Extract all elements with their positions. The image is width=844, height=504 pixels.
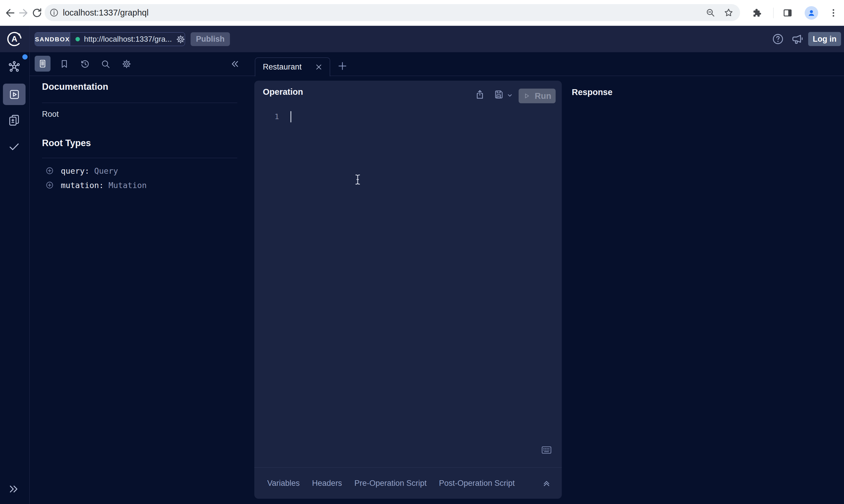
endpoint-url-text[interactable]: http://localhost:1337/gra... [84,35,172,44]
extensions-icon[interactable] [752,7,762,18]
toolbar-separator [773,7,774,18]
type-name[interactable]: Query [94,166,118,176]
operation-panel: Operation Run 1 [254,81,562,499]
supergraph-icon[interactable] [7,60,21,74]
side-panel-icon[interactable] [782,7,793,18]
tab-documentation[interactable] [35,56,51,72]
apollo-logo[interactable]: A [6,31,23,48]
bookmark-icon[interactable] [59,59,69,69]
explorer-play-icon [8,88,20,101]
tab-headers[interactable]: Headers [312,479,342,488]
play-icon [523,92,531,100]
tab-label[interactable]: Restaurant [263,62,302,72]
profile-avatar-icon[interactable] [805,6,818,20]
collapse-chevrons-icon[interactable] [230,59,240,69]
menu-kebab-icon[interactable] [828,7,839,19]
add-tab-icon[interactable] [337,60,348,72]
reload-icon[interactable] [31,7,43,19]
run-button[interactable]: Run [519,89,556,103]
root-type-row-query[interactable]: query: Query [46,166,118,176]
tab-restaurant[interactable]: Restaurant [255,57,330,76]
help-icon[interactable] [772,33,784,45]
divider [42,158,237,158]
back-icon[interactable] [4,7,16,19]
login-button[interactable]: Log in [808,32,841,46]
plus-circle-icon[interactable] [46,181,54,189]
apollo-sandbox-screen: localhost:1337/graphql A [0,0,844,504]
root-link[interactable]: Root [42,110,59,119]
url-bar[interactable]: localhost:1337/graphql [45,4,740,21]
operation-editor[interactable] [254,107,562,467]
operation-footer: Variables Headers Pre-Operation Script P… [254,467,562,499]
response-title: Response [572,87,613,97]
type-name[interactable]: Mutation [109,181,147,190]
save-icon[interactable] [493,89,504,100]
chevron-down-icon[interactable] [506,92,513,99]
share-icon[interactable] [475,89,485,100]
history-icon[interactable] [80,59,90,69]
search-icon[interactable] [100,59,110,69]
documentation-title: Documentation [42,82,108,92]
text-cursor [354,174,362,185]
endpoint-group: SANDBOX http://localhost:1337/gra... [35,32,185,46]
operation-title: Operation [263,87,303,97]
tab-variables[interactable]: Variables [267,479,300,488]
keyboard-icon[interactable] [541,445,552,455]
main-content: Documentation Root Root Types query: Que… [0,52,844,504]
forward-icon [18,7,29,19]
header-divider [29,26,30,52]
plus-circle-icon[interactable] [46,167,54,175]
gear-icon[interactable] [176,35,185,44]
star-icon[interactable] [724,7,734,18]
sidebar-item-explorer[interactable] [3,84,25,105]
divider [42,103,237,103]
sandbox-badge: SANDBOX [35,33,70,46]
root-types-title: Root Types [42,138,91,148]
browser-toolbar: localhost:1337/graphql [0,0,844,26]
settings-gear-icon[interactable] [122,59,132,69]
root-type-row-mutation[interactable]: mutation: Mutation [46,180,147,190]
field-name[interactable]: mutation: [61,181,104,190]
toolbar-bottom-border [29,76,844,76]
documentation-icon [38,59,47,68]
url-text[interactable]: localhost:1337/graphql [63,8,149,18]
checks-icon[interactable] [8,141,20,152]
publish-button[interactable]: Publish [191,32,230,46]
svg-text:A: A [12,34,17,43]
zoom-out-icon[interactable] [705,7,716,18]
collapse-up-icon[interactable] [542,479,551,488]
info-icon[interactable] [49,8,59,17]
rail-divider [29,52,30,504]
megaphone-icon[interactable] [791,33,804,45]
close-icon[interactable] [315,63,323,71]
tab-post-operation-script[interactable]: Post-Operation Script [439,479,515,488]
field-name[interactable]: query: [61,166,90,176]
connection-status-dot [75,37,80,41]
schema-notification-dot [22,54,28,59]
apollo-header: A SANDBOX http://localhost:1337/gra... P… [0,26,844,52]
changelog-diff-icon[interactable] [8,114,20,126]
endpoint-url-field[interactable]: http://localhost:1337/gra... [70,33,185,46]
expand-chevrons-icon[interactable] [7,483,19,495]
tab-pre-operation-script[interactable]: Pre-Operation Script [355,479,427,488]
